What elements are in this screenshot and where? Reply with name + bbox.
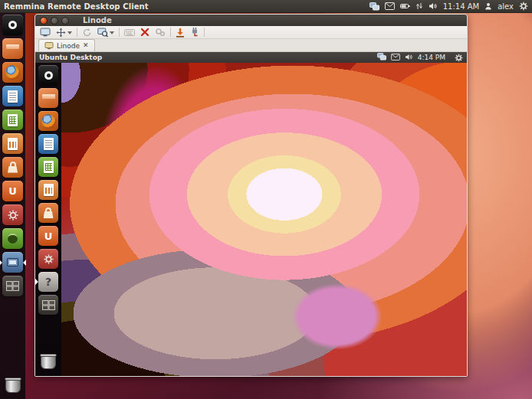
- ubuntu-one-icon: U: [38, 226, 58, 246]
- launcher-item-home-folder[interactable]: [2, 38, 23, 59]
- launcher-item-workspace-switcher[interactable]: [2, 276, 23, 296]
- launcher-item-libreoffice-calc[interactable]: [2, 110, 23, 130]
- remote-desktop-icon[interactable]: [377, 53, 386, 62]
- indicator-area: 11:14 AM alex: [369, 2, 528, 11]
- keyboard-grab-button[interactable]: [123, 27, 136, 38]
- remote-panel-title: Ubuntu Desktop: [39, 54, 102, 61]
- workspace-switcher-icon: [38, 295, 58, 315]
- window-titlebar[interactable]: Linode: [35, 15, 467, 26]
- remote-launcher-item-unknown-app[interactable]: ?: [38, 272, 58, 292]
- gear-icon[interactable]: [455, 54, 463, 62]
- remote-desktop-icon[interactable]: [369, 2, 379, 11]
- launcher-item-firefox[interactable]: [2, 62, 23, 83]
- launcher-item-system-settings[interactable]: [2, 204, 23, 225]
- software-center-icon: [38, 203, 58, 223]
- window-minimize-button[interactable]: [51, 17, 58, 25]
- clock[interactable]: 11:14 AM: [443, 2, 479, 11]
- refresh-button[interactable]: [81, 27, 93, 38]
- remote-launcher-item-dash-home[interactable]: [38, 65, 58, 85]
- trash-icon: [2, 374, 23, 395]
- mail-icon[interactable]: [385, 2, 395, 10]
- remote-top-panel: Ubuntu Desktop 4:14 PM: [35, 52, 467, 63]
- workspace-switcher-icon: [2, 276, 23, 296]
- launcher-item-dash-home[interactable]: [2, 15, 23, 35]
- fit-window-button[interactable]: [55, 27, 73, 38]
- remote-launcher-item-libreoffice-impress[interactable]: [38, 180, 58, 200]
- scaled-mode-button[interactable]: [97, 27, 115, 38]
- remote-desktop-view: Ubuntu Desktop 4:14 PM: [35, 52, 467, 376]
- libreoffice-impress-icon: [2, 133, 23, 154]
- remote-launcher-item-trash[interactable]: [38, 352, 58, 371]
- preferences-gears-button[interactable]: [154, 27, 166, 38]
- remmina-window: Linode Linode ✕ U: [34, 14, 468, 377]
- remmina-toolbar: [35, 26, 467, 39]
- dash-home-icon: [38, 65, 58, 85]
- window-title: Linode: [83, 16, 112, 25]
- remote-clock[interactable]: 4:14 PM: [418, 54, 445, 61]
- system-settings-gears-icon: [38, 249, 58, 269]
- tab-bar: Linode ✕: [35, 39, 467, 52]
- active-app-title: Remmina Remote Desktop Client: [4, 2, 149, 11]
- remote-launcher-item-libreoffice-writer[interactable]: [38, 134, 58, 154]
- sound-icon[interactable]: [405, 54, 413, 62]
- remote-launcher-item-libreoffice-calc[interactable]: [38, 157, 58, 177]
- battery-icon[interactable]: [400, 3, 410, 9]
- libreoffice-writer-icon: [2, 86, 23, 106]
- dash-home-icon: [2, 15, 23, 35]
- remote-launcher-item-home-folder[interactable]: [38, 88, 58, 108]
- firefox-icon: [2, 62, 23, 83]
- launcher-item-trash[interactable]: [2, 374, 23, 395]
- home-folder-icon: [38, 88, 58, 108]
- tab-monitor-icon: [44, 42, 54, 50]
- user-icon: [484, 2, 492, 10]
- remote-unity-launcher: U ?: [35, 63, 61, 376]
- tab-close-icon[interactable]: ✕: [83, 42, 89, 49]
- launcher-item-libreoffice-impress[interactable]: [2, 133, 23, 154]
- libreoffice-impress-icon: [38, 180, 58, 200]
- remote-desktop-body: U ?: [35, 63, 467, 376]
- launcher-item-software-center[interactable]: [2, 157, 23, 178]
- remote-launcher-item-ubuntu-one[interactable]: U: [38, 226, 58, 246]
- screen: Remmina Remote Desktop Client 11:14 AM a…: [0, 0, 532, 399]
- minimize-tray-button[interactable]: [175, 27, 186, 38]
- launcher-item-ubuntu-one[interactable]: U: [2, 181, 23, 201]
- launcher-item-green-app[interactable]: [2, 228, 23, 249]
- launcher-item-libreoffice-writer[interactable]: [2, 86, 23, 106]
- chevron-down-icon: [110, 31, 114, 37]
- user-menu[interactable]: alex: [498, 2, 514, 11]
- libreoffice-calc-icon: [2, 110, 23, 130]
- gear-icon[interactable]: [519, 2, 528, 11]
- libreoffice-writer-icon: [38, 134, 58, 154]
- system-settings-gears-icon: [2, 204, 23, 225]
- remote-launcher-item-workspace-switcher[interactable]: [38, 295, 58, 315]
- green-app-icon: [2, 228, 23, 249]
- disconnect-button[interactable]: [189, 27, 200, 38]
- remote-launcher-item-software-center[interactable]: [38, 203, 58, 223]
- mail-icon[interactable]: [391, 54, 400, 62]
- unity-launcher: U: [0, 13, 25, 399]
- fullscreen-button[interactable]: [39, 27, 51, 38]
- outer-top-panel: Remmina Remote Desktop Client 11:14 AM a…: [0, 0, 532, 13]
- trash-icon: [38, 352, 58, 371]
- libreoffice-calc-icon: [38, 157, 58, 177]
- ubuntu-one-icon: U: [2, 181, 23, 201]
- tools-button[interactable]: [140, 27, 150, 38]
- home-folder-icon: [2, 38, 23, 59]
- firefox-icon: [38, 111, 58, 131]
- tab-linode[interactable]: Linode ✕: [38, 39, 95, 51]
- unknown-app-icon: ?: [38, 272, 58, 292]
- remmina-icon: [2, 252, 23, 273]
- software-center-icon: [2, 157, 23, 178]
- chevron-down-icon: [67, 31, 72, 37]
- remote-launcher-item-system-settings[interactable]: [38, 249, 58, 269]
- remote-indicator-area: 4:14 PM: [377, 53, 463, 62]
- window-close-button[interactable]: [40, 17, 48, 25]
- sync-arrows-icon[interactable]: [415, 2, 423, 10]
- remote-wallpaper: [61, 63, 467, 376]
- window-maximize-button[interactable]: [61, 17, 69, 25]
- launcher-item-remmina[interactable]: [2, 252, 23, 273]
- tab-label: Linode: [57, 42, 80, 50]
- remote-launcher-item-firefox[interactable]: [38, 111, 58, 131]
- sound-icon[interactable]: [429, 2, 438, 10]
